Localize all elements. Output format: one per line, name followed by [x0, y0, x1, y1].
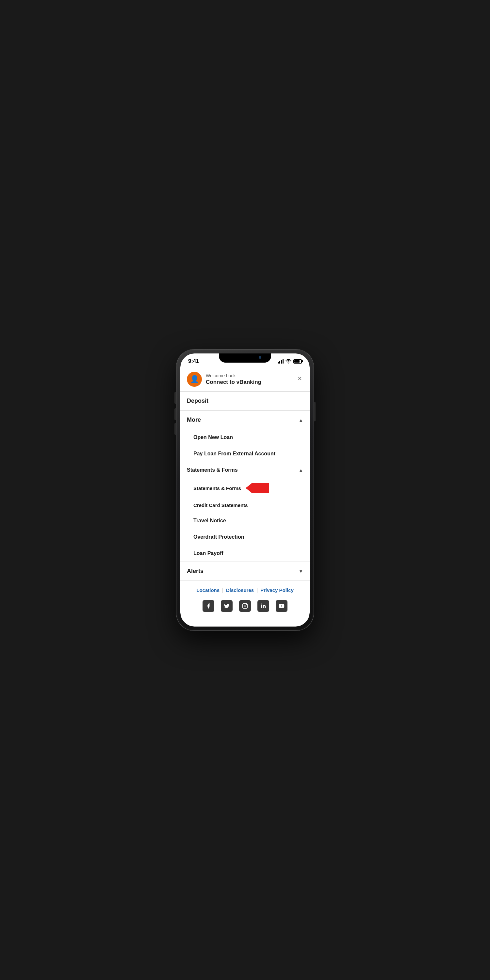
loan-payoff-item[interactable]: Loan Payoff	[187, 545, 310, 562]
svg-point-1	[244, 605, 246, 607]
notch	[219, 353, 271, 363]
red-arrow-annotation	[246, 483, 269, 493]
pay-loan-item[interactable]: Pay Loan From External Account	[187, 445, 310, 462]
footer-links: Locations | Disclosures | Privacy Policy	[180, 581, 310, 597]
deposit-item[interactable]: Deposit	[180, 392, 310, 410]
instagram-icon[interactable]	[239, 600, 251, 612]
footer-sep-2: |	[256, 587, 258, 593]
deposit-section: Deposit	[180, 392, 310, 410]
facebook-icon[interactable]	[202, 600, 214, 612]
content-area[interactable]: 👤 Welcome back Connect to vBanking × Dep…	[180, 366, 310, 627]
travel-notice-item[interactable]: Travel Notice	[187, 512, 310, 529]
alerts-item[interactable]: Alerts ▼	[180, 562, 310, 581]
disclosures-link[interactable]: Disclosures	[226, 587, 254, 593]
linkedin-icon[interactable]	[258, 600, 269, 612]
user-avatar: 👤	[187, 372, 202, 387]
alerts-chevron: ▼	[299, 569, 303, 574]
statements-forms-link[interactable]: Statements & Forms	[187, 478, 310, 498]
social-icons-row	[180, 597, 310, 620]
open-loan-item[interactable]: Open New Loan	[187, 429, 310, 445]
screen: 9:41	[180, 353, 310, 627]
youtube-icon[interactable]	[276, 600, 288, 612]
battery-icon	[293, 360, 302, 364]
front-camera	[259, 356, 261, 359]
status-icons	[278, 359, 302, 364]
welcome-label: Welcome back	[206, 373, 261, 378]
footer-sep-1: |	[222, 587, 223, 593]
connect-label: Connect to vBanking	[206, 379, 261, 385]
wifi-icon	[285, 359, 291, 364]
close-button[interactable]: ×	[296, 373, 303, 384]
svg-point-2	[246, 605, 247, 605]
phone-frame: 9:41	[177, 350, 313, 630]
svg-point-3	[261, 604, 262, 605]
statements-forms-item[interactable]: Statements & Forms ▲	[180, 462, 310, 478]
signal-icon	[278, 359, 283, 364]
twitter-icon[interactable]	[221, 600, 232, 612]
more-chevron: ▲	[299, 417, 303, 423]
phone-inner: 9:41	[180, 353, 310, 627]
alerts-section: Alerts ▼	[180, 562, 310, 581]
more-section: More ▲ Open New Loan P	[180, 410, 310, 562]
svg-rect-0	[243, 604, 248, 609]
overdraft-item[interactable]: Overdraft Protection	[187, 529, 310, 545]
more-expanded: Open New Loan Pay Loan From External Acc…	[180, 429, 310, 562]
credit-card-statements-item[interactable]: Credit Card Statements	[187, 498, 310, 512]
statements-chevron: ▲	[299, 468, 303, 473]
locations-link[interactable]: Locations	[196, 587, 220, 593]
status-time: 9:41	[188, 358, 199, 364]
header-section: 👤 Welcome back Connect to vBanking ×	[180, 366, 310, 392]
privacy-link[interactable]: Privacy Policy	[260, 587, 294, 593]
more-item[interactable]: More ▲	[180, 410, 310, 429]
